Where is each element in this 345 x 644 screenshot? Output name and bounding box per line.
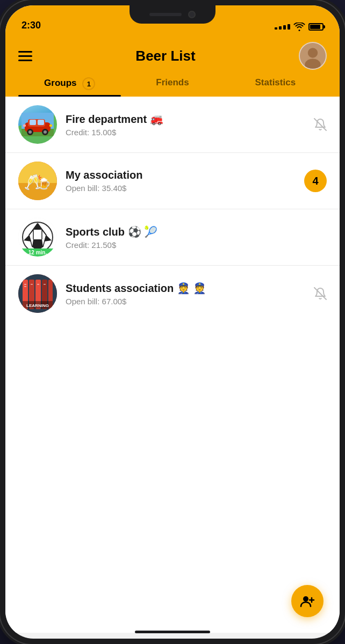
speaker (149, 13, 182, 16)
group-info: My association Open bill: 35.40$ (66, 169, 298, 193)
svg-line-49 (314, 288, 326, 299)
group-info: Fire department 🚒 Credit: 15.00$ (66, 113, 307, 137)
groups-list: Fire department 🚒 Credit: 15.00$ (5, 97, 340, 633)
tab-groups[interactable]: Groups 1 (18, 77, 121, 97)
svg-point-13 (44, 130, 47, 134)
svg-text:LEARNING: LEARNING (26, 303, 49, 308)
svg-rect-8 (30, 120, 36, 125)
tab-statistics[interactable]: Statistics (224, 77, 327, 97)
list-item[interactable]: LEARNING Students association 👮 👮 Open b… (5, 266, 340, 321)
svg-rect-15 (23, 125, 26, 127)
status-icons (275, 23, 324, 31)
group-action (314, 287, 327, 300)
svg-rect-9 (38, 120, 44, 125)
svg-rect-44 (31, 284, 33, 285)
status-time: 2:30 (21, 20, 41, 31)
tab-friends[interactable]: Friends (121, 77, 224, 97)
group-avatar (18, 105, 57, 144)
menu-button[interactable] (18, 51, 32, 61)
app-title: Beer List (135, 48, 195, 64)
user-avatar[interactable] (299, 42, 327, 70)
group-avatar: 12 min. (18, 218, 57, 257)
svg-point-11 (28, 130, 32, 134)
group-status: Credit: 15.00$ (66, 128, 307, 137)
list-item[interactable]: 🥂 🍺 My association Open bill: 35.40$ 4 (5, 153, 340, 209)
group-status: Open bill: 35.40$ (66, 184, 298, 193)
svg-text:🍺: 🍺 (38, 177, 51, 190)
bell-muted-icon (314, 118, 327, 131)
app-header: Beer List (5, 35, 340, 70)
group-name: Sports club ⚽ 🎾 (66, 225, 320, 238)
notch (130, 5, 215, 24)
battery-icon (308, 23, 324, 31)
signal-icon (275, 24, 290, 30)
bell-muted-icon (314, 287, 327, 300)
group-status: Open bill: 67.00$ (66, 297, 307, 306)
group-action (314, 118, 327, 131)
camera (188, 11, 196, 18)
tab-bar: Groups 1 Friends Statistics (5, 70, 340, 97)
home-indicator (135, 631, 210, 633)
svg-point-50 (303, 596, 308, 602)
group-name: My association (66, 169, 298, 181)
group-avatar: 🥂 🍺 (18, 162, 57, 200)
add-group-button[interactable] (291, 585, 324, 617)
group-info: Sports club ⚽ 🎾 Credit: 21.50$ (66, 225, 320, 250)
phone-screen: 2:30 (5, 5, 340, 639)
group-name: Students association 👮 👮 (66, 282, 307, 295)
notification-count: 4 (304, 170, 327, 192)
time-badge: 12 min. (18, 248, 57, 257)
svg-line-16 (314, 119, 326, 130)
svg-rect-43 (24, 286, 26, 287)
wifi-icon (293, 23, 305, 31)
svg-rect-42 (24, 284, 26, 285)
phone-frame: 2:30 (0, 0, 345, 644)
add-person-icon (300, 594, 315, 609)
svg-rect-46 (44, 284, 46, 285)
svg-point-3 (300, 43, 326, 69)
group-avatar: LEARNING (18, 274, 57, 313)
svg-rect-45 (37, 284, 39, 285)
list-item[interactable]: Fire department 🚒 Credit: 15.00$ (5, 97, 340, 153)
group-info: Students association 👮 👮 Open bill: 67.0… (66, 282, 307, 306)
group-status: Credit: 21.50$ (66, 240, 320, 250)
svg-rect-14 (49, 125, 52, 127)
list-item[interactable]: 12 min. Sports club ⚽ 🎾 Credit: 21.50$ (5, 209, 340, 266)
group-action: 4 (304, 170, 327, 192)
group-name: Fire department 🚒 (66, 113, 307, 126)
groups-badge: 1 (82, 77, 95, 90)
